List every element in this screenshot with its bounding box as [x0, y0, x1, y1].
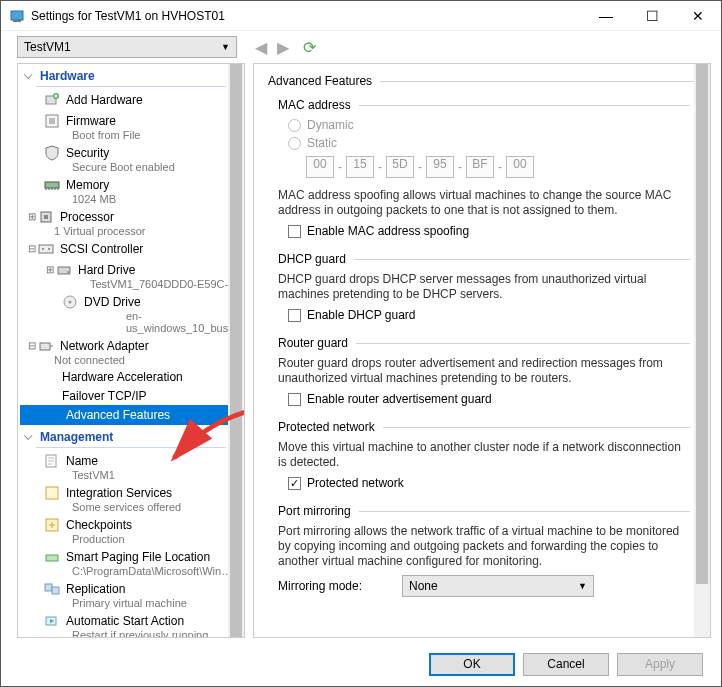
titlebar: Settings for TestVM1 on HVHOST01 — ☐ ✕ [1, 1, 721, 31]
scsi-icon [38, 241, 54, 257]
svg-rect-21 [45, 584, 52, 591]
svg-rect-20 [46, 555, 58, 561]
pane-title: Advanced Features [268, 74, 372, 88]
tree-hardware-acceleration[interactable]: Hardware Acceleration [20, 367, 244, 386]
dialog-footer: OK Cancel Apply [1, 642, 721, 686]
dhcp-desc: DHCP guard drops DHCP server messages fr… [278, 272, 690, 302]
maximize-button[interactable]: ☐ [629, 1, 675, 31]
tree-integration-services[interactable]: Integration Services Some services offer… [20, 482, 244, 514]
vm-selected-label: TestVM1 [24, 40, 71, 54]
checkbox-icon [288, 309, 301, 322]
svg-rect-16 [40, 343, 50, 350]
svg-rect-0 [11, 11, 23, 20]
tree-auto-start[interactable]: Automatic Start Action Restart if previo… [20, 610, 244, 638]
tree-memory[interactable]: Memory 1024 MB [20, 174, 244, 206]
tree-add-hardware[interactable]: Add Hardware [20, 89, 244, 110]
nav-next-button[interactable]: ▶ [277, 38, 289, 57]
group-protected-network: Protected network Move this virtual mach… [278, 420, 690, 490]
power-icon[interactable]: ⟳ [303, 38, 316, 57]
chevron-down-icon: ▼ [221, 42, 230, 52]
tree-checkpoints[interactable]: Checkpoints Production [20, 514, 244, 546]
firmware-icon [44, 113, 60, 129]
group-router-guard: Router guard Router guard drops router a… [278, 336, 690, 406]
add-hardware-icon [44, 92, 60, 108]
tree-processor[interactable]: ⊞Processor 1 Virtual processor [20, 206, 244, 238]
settings-tree: Hardware Add Hardware Firmware Boot from… [17, 63, 245, 638]
checkpoints-icon [44, 517, 60, 533]
memory-icon [44, 177, 60, 193]
mac-octet-6: 00 [506, 156, 534, 178]
window-title: Settings for TestVM1 on HVHOST01 [31, 9, 583, 23]
tree-failover-tcpip[interactable]: Failover TCP/IP [20, 386, 244, 405]
svg-rect-22 [52, 587, 59, 594]
tree-security[interactable]: Security Secure Boot enabled [20, 142, 244, 174]
svg-point-11 [48, 248, 50, 250]
check-mac-spoofing[interactable]: Enable MAC address spoofing [288, 224, 690, 238]
category-management[interactable]: Management [20, 427, 244, 447]
smart-paging-icon [44, 549, 60, 565]
mac-octet-1: 00 [306, 156, 334, 178]
checkbox-icon [288, 225, 301, 238]
tree-name[interactable]: Name TestVM1 [20, 450, 244, 482]
check-router-guard[interactable]: Enable router advertisement guard [288, 392, 690, 406]
nav-prev-button[interactable]: ◀ [255, 38, 267, 57]
protected-desc: Move this virtual machine to another clu… [278, 440, 690, 470]
check-dhcp-guard[interactable]: Enable DHCP guard [288, 308, 690, 322]
settings-icon [9, 8, 25, 24]
network-icon [38, 338, 54, 354]
svg-rect-8 [44, 215, 48, 219]
group-dhcp-guard: DHCP guard DHCP guard drops DHCP server … [278, 252, 690, 322]
mac-octet-3: 5D [386, 156, 414, 178]
tree-hard-drive[interactable]: ⊞Hard Drive TestVM1_7604DDD0-E59C-… [20, 259, 244, 291]
tree-advanced-features[interactable]: Advanced Features [20, 405, 244, 425]
check-protected-network[interactable]: Protected network [288, 476, 690, 490]
mirror-mode-dropdown[interactable]: None ▼ [402, 575, 594, 597]
minimize-button[interactable]: — [583, 1, 629, 31]
tree-network-adapter[interactable]: ⊟Network Adapter Not connected [20, 335, 244, 367]
mirror-desc: Port mirroring allows the network traffi… [278, 524, 690, 569]
svg-rect-5 [49, 118, 55, 124]
svg-rect-9 [39, 245, 53, 253]
mac-octet-4: 95 [426, 156, 454, 178]
hard-drive-icon [56, 262, 72, 278]
checkbox-icon [288, 477, 301, 490]
cancel-button[interactable]: Cancel [523, 653, 609, 676]
router-desc: Router guard drops router advertisement … [278, 356, 690, 386]
mac-octet-5: BF [466, 156, 494, 178]
tree-dvd-drive[interactable]: DVD Drive en-us_windows_10_busine… [20, 291, 244, 335]
tree-smart-paging[interactable]: Smart Paging File Location C:\ProgramDat… [20, 546, 244, 578]
svg-point-15 [69, 301, 72, 304]
mac-octet-2: 15 [346, 156, 374, 178]
close-button[interactable]: ✕ [675, 1, 721, 31]
tree-firmware[interactable]: Firmware Boot from File [20, 110, 244, 142]
mac-octets: 00 - 15 - 5D - 95 - BF - 00 [306, 156, 690, 178]
radio-mac-static: Static [288, 136, 690, 150]
name-icon [44, 453, 60, 469]
auto-start-icon [44, 613, 60, 629]
radio-icon [288, 119, 301, 132]
svg-rect-1 [13, 20, 21, 22]
group-mac-address: MAC address Dynamic Static 00 - 15 - 5D … [278, 98, 690, 238]
category-hardware[interactable]: Hardware [20, 66, 244, 86]
apply-button[interactable]: Apply [617, 653, 703, 676]
replication-icon [44, 581, 60, 597]
checkbox-icon [288, 393, 301, 406]
settings-detail-pane: Advanced Features MAC address Dynamic St… [253, 63, 711, 638]
svg-rect-18 [46, 487, 58, 499]
mac-spoof-desc: MAC address spoofing allows virtual mach… [278, 188, 690, 218]
toolbar: TestVM1 ▼ ◀ ▶ ⟳ [1, 31, 721, 63]
integration-icon [44, 485, 60, 501]
ok-button[interactable]: OK [429, 653, 515, 676]
svg-point-10 [42, 248, 44, 250]
mirror-mode-value: None [409, 579, 438, 593]
vm-selector-dropdown[interactable]: TestVM1 ▼ [17, 36, 237, 58]
processor-icon [38, 209, 54, 225]
mirror-mode-label: Mirroring mode: [278, 579, 362, 593]
radio-mac-dynamic: Dynamic [288, 118, 690, 132]
tree-replication[interactable]: Replication Primary virtual machine [20, 578, 244, 610]
tree-scsi-controller[interactable]: ⊟SCSI Controller [20, 238, 244, 259]
svg-rect-6 [45, 182, 59, 188]
left-scrollbar[interactable] [228, 64, 244, 637]
right-scrollbar[interactable] [694, 64, 710, 637]
security-icon [44, 145, 60, 161]
